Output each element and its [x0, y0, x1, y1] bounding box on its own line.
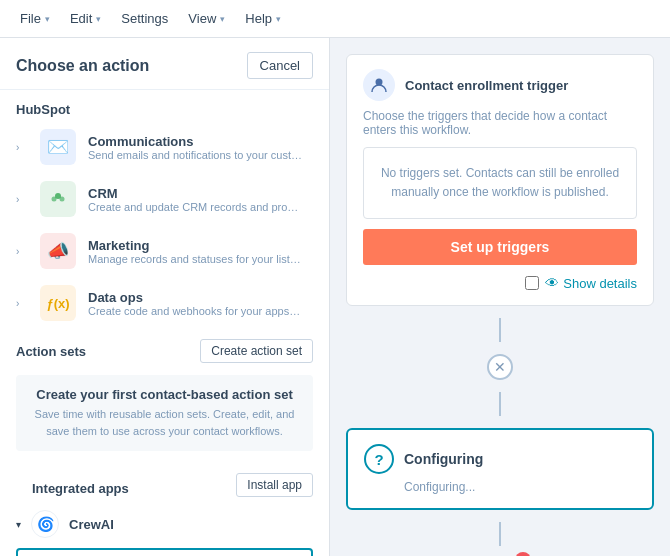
dataops-desc: Create code and webhooks for your apps, … [88, 305, 303, 317]
action-set-promo: Create your first contact-based action s… [16, 375, 313, 451]
category-crm[interactable]: › CRM Create and update CRM records and … [0, 173, 329, 225]
dataops-name: Data ops [88, 290, 303, 305]
marketing-name: Marketing [88, 238, 303, 253]
dataops-icon: ƒ(x) [40, 285, 76, 321]
show-details-link[interactable]: 👁 Show details [545, 275, 637, 291]
crm-desc: Create and update CRM records and proper… [88, 201, 303, 213]
action-sets-label: Action sets [16, 344, 86, 359]
menu-help-chevron: ▾ [276, 14, 281, 24]
end-badge: ! [515, 552, 531, 556]
crewai-name: CrewAI [69, 517, 114, 532]
config-icon: ? [364, 444, 394, 474]
menu-view-chevron: ▾ [220, 14, 225, 24]
crewai-app-item[interactable]: ▾ 🌀 CrewAI [0, 504, 329, 544]
left-panel: Choose an action Cancel HubSpot › ✉️ Com… [0, 38, 330, 556]
right-panel: Contact enrollment trigger Choose the tr… [330, 38, 670, 556]
menu-edit[interactable]: Edit ▾ [62, 7, 109, 30]
trigger-card: Contact enrollment trigger Choose the tr… [346, 54, 654, 306]
chevron-right-icon: › [16, 298, 28, 309]
no-triggers-box: No triggers set. Contacts can still be e… [363, 147, 637, 219]
config-title: Configuring [404, 451, 483, 467]
panel-title: Choose an action [16, 57, 149, 75]
show-details-label: Show details [563, 276, 637, 291]
main-layout: Choose an action Cancel HubSpot › ✉️ Com… [0, 38, 670, 556]
integrated-apps-header: Integrated apps Install app [0, 459, 329, 504]
eye-icon: 👁 [545, 275, 559, 291]
category-communications[interactable]: › ✉️ Communications Send emails and noti… [0, 121, 329, 173]
svg-point-2 [60, 197, 65, 202]
menu-edit-chevron: ▾ [96, 14, 101, 24]
left-panel-header: Choose an action Cancel [0, 38, 329, 90]
communications-name: Communications [88, 134, 303, 149]
chevron-right-icon: › [16, 194, 28, 205]
menu-help-label: Help [245, 11, 272, 26]
menu-settings-label: Settings [121, 11, 168, 26]
action-sets-header: Action sets Create action set [0, 329, 329, 367]
remove-button[interactable]: ✕ [487, 354, 513, 380]
no-triggers-text: No triggers set. Contacts can still be e… [381, 166, 619, 199]
install-app-button[interactable]: Install app [236, 473, 313, 497]
category-marketing[interactable]: › 📣 Marketing Manage records and statuse… [0, 225, 329, 277]
promo-title: Create your first contact-based action s… [28, 387, 301, 402]
chevron-down-icon: ▾ [16, 519, 21, 530]
communications-icon: ✉️ [40, 129, 76, 165]
communications-desc: Send emails and notifications to your cu… [88, 149, 303, 161]
menu-view[interactable]: View ▾ [180, 7, 233, 30]
connector-line-3 [346, 522, 654, 546]
trigger-title: Contact enrollment trigger [405, 78, 568, 93]
configuring-card: ? Configuring Configuring... [346, 428, 654, 510]
create-action-set-button[interactable]: Create action set [200, 339, 313, 363]
category-dataops[interactable]: › ƒ(x) Data ops Create code and webhooks… [0, 277, 329, 329]
crm-icon [40, 181, 76, 217]
menu-settings[interactable]: Settings [113, 7, 176, 30]
crewai-icon: 🌀 [31, 510, 59, 538]
marketing-icon: 📣 [40, 233, 76, 269]
config-desc: Configuring... [364, 480, 636, 494]
menu-edit-label: Edit [70, 11, 92, 26]
promo-desc: Save time with reusable action sets. Cre… [28, 406, 301, 439]
connector-line-1 [346, 318, 654, 342]
chevron-right-icon: › [16, 142, 28, 153]
trigger-desc: Choose the triggers that decide how a co… [363, 109, 637, 137]
remove-circle: ✕ [346, 354, 654, 380]
integrated-apps-label: Integrated apps [16, 469, 145, 500]
setup-triggers-button[interactable]: Set up triggers [363, 229, 637, 265]
hubspot-section-label: HubSpot [0, 90, 329, 121]
svg-point-1 [52, 197, 57, 202]
cancel-button[interactable]: Cancel [247, 52, 313, 79]
trigger-checkbox[interactable] [525, 276, 539, 290]
menu-bar: File ▾ Edit ▾ Settings View ▾ Help ▾ [0, 0, 670, 38]
kickoff-crew-item[interactable]: Kickoff a Crew [16, 548, 313, 556]
chevron-right-icon: › [16, 246, 28, 257]
connector-line-2 [346, 392, 654, 416]
menu-file[interactable]: File ▾ [12, 7, 58, 30]
menu-view-label: View [188, 11, 216, 26]
menu-help[interactable]: Help ▾ [237, 7, 289, 30]
menu-file-label: File [20, 11, 41, 26]
x-icon: ✕ [494, 359, 506, 375]
menu-file-chevron: ▾ [45, 14, 50, 24]
trigger-avatar [363, 69, 395, 101]
marketing-desc: Manage records and statuses for your lis… [88, 253, 303, 265]
crm-name: CRM [88, 186, 303, 201]
